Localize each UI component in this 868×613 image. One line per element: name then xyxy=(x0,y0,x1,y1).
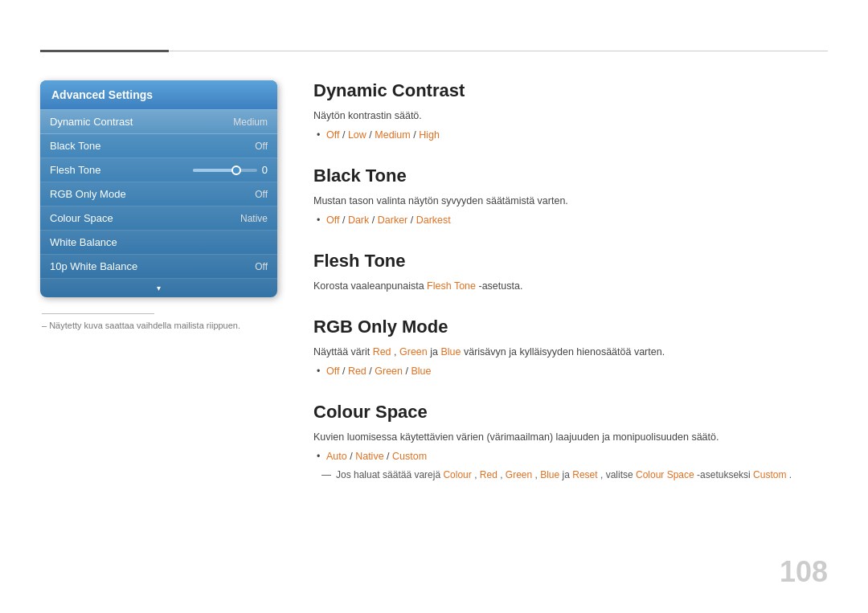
settings-row-label-10p-white-balance: 10p White Balance xyxy=(50,260,137,272)
option-auto-cs: Auto xyxy=(326,451,347,462)
option-red-rgb: Red xyxy=(348,366,366,377)
advanced-settings-box: Advanced Settings Dynamic Contrast Mediu… xyxy=(40,80,277,297)
section-body-black-tone: Mustan tason valinta näytön syvyyden sää… xyxy=(313,193,828,228)
section-black-tone: Black Tone Mustan tason valinta näytön s… xyxy=(313,166,828,228)
option-medium-dc: Medium xyxy=(375,129,410,141)
settings-row-value-flesh-tone: 0 xyxy=(262,164,268,176)
settings-scroll-down[interactable]: ▾ xyxy=(40,279,277,297)
option-green-rgb: Green xyxy=(375,366,403,377)
cs-note-custom: Custom xyxy=(753,469,786,480)
settings-row-label-black-tone: Black Tone xyxy=(50,140,100,152)
settings-row-value-dynamic-contrast: Medium xyxy=(233,116,268,128)
section-title-rgb-only-mode: RGB Only Mode xyxy=(313,317,828,337)
section-colour-space: Colour Space Kuvien luomisessa käytettäv… xyxy=(313,402,828,483)
section-body-colour-space: Kuvien luomisessa käytettävien värien (v… xyxy=(313,429,828,483)
option-off-rgb: Off xyxy=(326,366,339,377)
cs-note-green: Green xyxy=(506,469,532,480)
section-title-colour-space: Colour Space xyxy=(313,402,828,423)
section-desc-dynamic-contrast: Näytön kontrastin säätö. xyxy=(313,108,828,124)
top-decorative-lines xyxy=(40,50,828,52)
section-rgb-only-mode: RGB Only Mode Näyttää värit Red , Green … xyxy=(313,317,828,379)
cs-note-reset: Reset xyxy=(572,469,597,480)
option-low-dc: Low xyxy=(348,129,366,141)
section-options-dynamic-contrast: Off / Low / Medium / High xyxy=(313,127,828,143)
settings-row-dynamic-contrast[interactable]: Dynamic Contrast Medium xyxy=(40,110,277,134)
section-options-black-tone: Off / Dark / Darker / Darkest xyxy=(313,212,828,228)
section-options-colour-space: Auto / Native / Custom xyxy=(313,448,828,464)
section-body-dynamic-contrast: Näytön kontrastin säätö. Off / Low / Med… xyxy=(313,108,828,143)
rgb-green-highlight: Green xyxy=(399,346,428,358)
settings-row-black-tone[interactable]: Black Tone Off xyxy=(40,134,277,158)
settings-row-white-balance[interactable]: White Balance xyxy=(40,231,277,255)
settings-row-10p-white-balance[interactable]: 10p White Balance Off xyxy=(40,255,277,279)
flesh-tone-highlight: Flesh Tone xyxy=(427,280,476,292)
panel-note-divider xyxy=(42,313,154,314)
section-desc-black-tone: Mustan tason valinta näytön syvyyden sää… xyxy=(313,193,828,209)
settings-row-label-rgb-only-mode: RGB Only Mode xyxy=(50,188,126,200)
colour-space-indent-note: Jos haluat säätää varejä Colour , Red , … xyxy=(313,468,828,483)
page-number: 108 xyxy=(780,555,828,589)
rgb-red-highlight: Red xyxy=(373,346,391,358)
option-custom-cs: Custom xyxy=(392,451,427,462)
settings-row-value-10p-white-balance: Off xyxy=(255,261,268,272)
flesh-tone-slider[interactable] xyxy=(193,169,257,172)
settings-row-value-rgb-only-mode: Off xyxy=(255,189,268,200)
option-darkest-bt: Darkest xyxy=(416,215,451,226)
settings-row-label-flesh-tone: Flesh Tone xyxy=(50,164,100,176)
settings-row-label-colour-space: Colour Space xyxy=(50,212,113,224)
section-title-flesh-tone: Flesh Tone xyxy=(313,251,828,272)
section-body-flesh-tone: Korosta vaaleanpunaista Flesh Tone -aset… xyxy=(313,278,828,294)
chevron-down-icon: ▾ xyxy=(157,284,161,292)
rgb-blue-highlight: Blue xyxy=(440,346,461,358)
section-title-dynamic-contrast: Dynamic Contrast xyxy=(313,80,828,101)
section-options-rgb: Off / Red / Green / Blue xyxy=(313,363,828,379)
settings-row-colour-space[interactable]: Colour Space Native xyxy=(40,206,277,231)
section-desc-colour-space: Kuvien luomisessa käytettävien värien (v… xyxy=(313,429,828,445)
settings-row-label-white-balance: White Balance xyxy=(50,236,117,248)
option-blue-rgb: Blue xyxy=(411,366,431,377)
cs-note-red: Red xyxy=(480,469,497,480)
option-off-bt: Off xyxy=(326,215,339,226)
settings-panel-title: Advanced Settings xyxy=(40,80,277,110)
settings-row-flesh-tone[interactable]: Flesh Tone 0 xyxy=(40,158,277,182)
left-panel: Advanced Settings Dynamic Contrast Mediu… xyxy=(40,80,277,330)
flesh-tone-slider-area[interactable]: 0 xyxy=(193,164,268,176)
settings-row-label-dynamic-contrast: Dynamic Contrast xyxy=(50,116,133,128)
panel-note-text: – Näytetty kuva saattaa vaihdella mailis… xyxy=(42,321,277,330)
settings-row-value-black-tone: Off xyxy=(255,141,268,152)
top-line-light xyxy=(169,51,828,51)
cs-note-blue: Blue xyxy=(540,469,559,480)
option-off-dc: Off xyxy=(326,129,339,141)
cs-note-colour-space: Colour Space xyxy=(636,469,694,480)
top-line-dark xyxy=(40,50,169,52)
option-native-cs: Native xyxy=(355,451,383,462)
section-desc-flesh-tone: Korosta vaaleanpunaista Flesh Tone -aset… xyxy=(313,278,828,294)
section-desc-rgb-only-mode: Näyttää värit Red , Green ja Blue värisä… xyxy=(313,344,828,360)
section-flesh-tone: Flesh Tone Korosta vaaleanpunaista Flesh… xyxy=(313,251,828,294)
section-title-black-tone: Black Tone xyxy=(313,166,828,186)
settings-row-rgb-only-mode[interactable]: RGB Only Mode Off xyxy=(40,182,277,206)
option-dark-bt: Dark xyxy=(348,215,369,226)
flesh-tone-slider-fill xyxy=(193,169,237,172)
right-content-area: Dynamic Contrast Näytön kontrastin säätö… xyxy=(313,80,828,505)
separator-dc-1: / xyxy=(342,129,348,141)
panel-note: – Näytetty kuva saattaa vaihdella mailis… xyxy=(40,313,277,330)
settings-row-value-colour-space: Native xyxy=(240,213,268,224)
section-dynamic-contrast: Dynamic Contrast Näytön kontrastin säätö… xyxy=(313,80,828,143)
flesh-tone-slider-thumb xyxy=(231,166,241,175)
section-body-rgb-only-mode: Näyttää värit Red , Green ja Blue värisä… xyxy=(313,344,828,379)
option-darker-bt: Darker xyxy=(378,215,408,226)
cs-note-colour: Colour xyxy=(443,469,471,480)
option-high-dc: High xyxy=(419,129,440,141)
